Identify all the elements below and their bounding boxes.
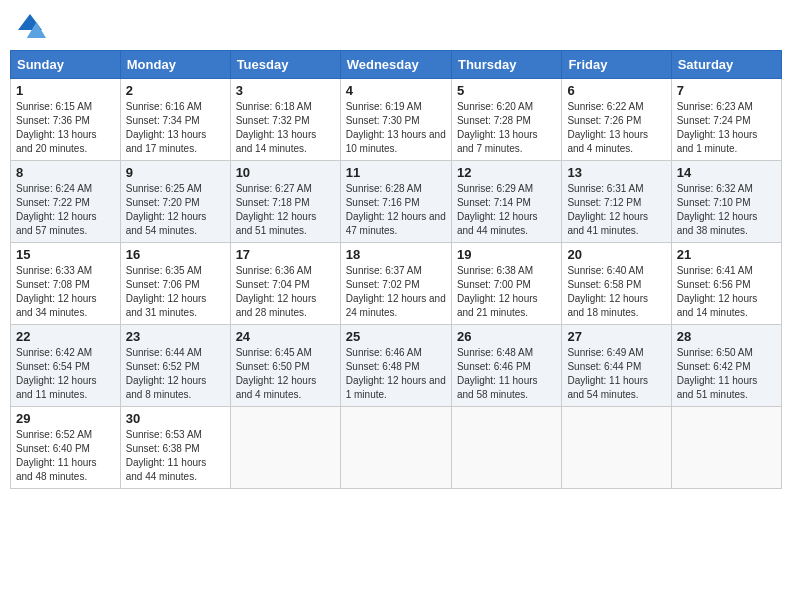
calendar-cell: 19Sunrise: 6:38 AMSunset: 7:00 PMDayligh… xyxy=(451,243,561,325)
calendar-cell: 22Sunrise: 6:42 AMSunset: 6:54 PMDayligh… xyxy=(11,325,121,407)
calendar-cell: 11Sunrise: 6:28 AMSunset: 7:16 PMDayligh… xyxy=(340,161,451,243)
logo-icon xyxy=(14,10,46,42)
calendar-cell: 10Sunrise: 6:27 AMSunset: 7:18 PMDayligh… xyxy=(230,161,340,243)
day-number: 5 xyxy=(457,83,556,98)
day-number: 19 xyxy=(457,247,556,262)
column-header-wednesday: Wednesday xyxy=(340,51,451,79)
day-content: Sunrise: 6:48 AMSunset: 6:46 PMDaylight:… xyxy=(457,346,556,402)
calendar-cell: 24Sunrise: 6:45 AMSunset: 6:50 PMDayligh… xyxy=(230,325,340,407)
day-content: Sunrise: 6:29 AMSunset: 7:14 PMDaylight:… xyxy=(457,182,556,238)
calendar-cell: 20Sunrise: 6:40 AMSunset: 6:58 PMDayligh… xyxy=(562,243,671,325)
day-number: 27 xyxy=(567,329,665,344)
day-content: Sunrise: 6:20 AMSunset: 7:28 PMDaylight:… xyxy=(457,100,556,156)
calendar-cell: 21Sunrise: 6:41 AMSunset: 6:56 PMDayligh… xyxy=(671,243,781,325)
day-content: Sunrise: 6:45 AMSunset: 6:50 PMDaylight:… xyxy=(236,346,335,402)
calendar-header: SundayMondayTuesdayWednesdayThursdayFrid… xyxy=(11,51,782,79)
calendar-cell: 4Sunrise: 6:19 AMSunset: 7:30 PMDaylight… xyxy=(340,79,451,161)
day-content: Sunrise: 6:22 AMSunset: 7:26 PMDaylight:… xyxy=(567,100,665,156)
day-number: 17 xyxy=(236,247,335,262)
day-content: Sunrise: 6:37 AMSunset: 7:02 PMDaylight:… xyxy=(346,264,446,320)
calendar-cell xyxy=(562,407,671,489)
day-number: 20 xyxy=(567,247,665,262)
column-header-sunday: Sunday xyxy=(11,51,121,79)
day-content: Sunrise: 6:35 AMSunset: 7:06 PMDaylight:… xyxy=(126,264,225,320)
day-number: 1 xyxy=(16,83,115,98)
day-content: Sunrise: 6:18 AMSunset: 7:32 PMDaylight:… xyxy=(236,100,335,156)
calendar-table: SundayMondayTuesdayWednesdayThursdayFrid… xyxy=(10,50,782,489)
calendar-cell: 13Sunrise: 6:31 AMSunset: 7:12 PMDayligh… xyxy=(562,161,671,243)
column-header-tuesday: Tuesday xyxy=(230,51,340,79)
calendar-cell: 26Sunrise: 6:48 AMSunset: 6:46 PMDayligh… xyxy=(451,325,561,407)
calendar-cell: 14Sunrise: 6:32 AMSunset: 7:10 PMDayligh… xyxy=(671,161,781,243)
day-number: 15 xyxy=(16,247,115,262)
calendar-week-row: 29Sunrise: 6:52 AMSunset: 6:40 PMDayligh… xyxy=(11,407,782,489)
calendar-cell: 5Sunrise: 6:20 AMSunset: 7:28 PMDaylight… xyxy=(451,79,561,161)
day-content: Sunrise: 6:16 AMSunset: 7:34 PMDaylight:… xyxy=(126,100,225,156)
day-content: Sunrise: 6:44 AMSunset: 6:52 PMDaylight:… xyxy=(126,346,225,402)
calendar-cell xyxy=(451,407,561,489)
day-number: 25 xyxy=(346,329,446,344)
day-number: 3 xyxy=(236,83,335,98)
day-number: 16 xyxy=(126,247,225,262)
calendar-cell: 16Sunrise: 6:35 AMSunset: 7:06 PMDayligh… xyxy=(120,243,230,325)
day-number: 10 xyxy=(236,165,335,180)
calendar-body: 1Sunrise: 6:15 AMSunset: 7:36 PMDaylight… xyxy=(11,79,782,489)
day-number: 14 xyxy=(677,165,776,180)
calendar-cell: 17Sunrise: 6:36 AMSunset: 7:04 PMDayligh… xyxy=(230,243,340,325)
day-content: Sunrise: 6:52 AMSunset: 6:40 PMDaylight:… xyxy=(16,428,115,484)
day-number: 28 xyxy=(677,329,776,344)
column-header-monday: Monday xyxy=(120,51,230,79)
day-content: Sunrise: 6:50 AMSunset: 6:42 PMDaylight:… xyxy=(677,346,776,402)
day-content: Sunrise: 6:23 AMSunset: 7:24 PMDaylight:… xyxy=(677,100,776,156)
calendar-cell: 23Sunrise: 6:44 AMSunset: 6:52 PMDayligh… xyxy=(120,325,230,407)
day-content: Sunrise: 6:36 AMSunset: 7:04 PMDaylight:… xyxy=(236,264,335,320)
calendar-cell: 18Sunrise: 6:37 AMSunset: 7:02 PMDayligh… xyxy=(340,243,451,325)
day-content: Sunrise: 6:41 AMSunset: 6:56 PMDaylight:… xyxy=(677,264,776,320)
day-number: 2 xyxy=(126,83,225,98)
calendar-cell: 12Sunrise: 6:29 AMSunset: 7:14 PMDayligh… xyxy=(451,161,561,243)
column-header-saturday: Saturday xyxy=(671,51,781,79)
day-content: Sunrise: 6:33 AMSunset: 7:08 PMDaylight:… xyxy=(16,264,115,320)
calendar-week-row: 8Sunrise: 6:24 AMSunset: 7:22 PMDaylight… xyxy=(11,161,782,243)
calendar-cell: 2Sunrise: 6:16 AMSunset: 7:34 PMDaylight… xyxy=(120,79,230,161)
calendar-cell: 3Sunrise: 6:18 AMSunset: 7:32 PMDaylight… xyxy=(230,79,340,161)
day-number: 8 xyxy=(16,165,115,180)
day-content: Sunrise: 6:42 AMSunset: 6:54 PMDaylight:… xyxy=(16,346,115,402)
day-number: 26 xyxy=(457,329,556,344)
day-content: Sunrise: 6:27 AMSunset: 7:18 PMDaylight:… xyxy=(236,182,335,238)
day-number: 18 xyxy=(346,247,446,262)
day-number: 30 xyxy=(126,411,225,426)
calendar-cell: 15Sunrise: 6:33 AMSunset: 7:08 PMDayligh… xyxy=(11,243,121,325)
day-content: Sunrise: 6:25 AMSunset: 7:20 PMDaylight:… xyxy=(126,182,225,238)
day-content: Sunrise: 6:46 AMSunset: 6:48 PMDaylight:… xyxy=(346,346,446,402)
day-content: Sunrise: 6:32 AMSunset: 7:10 PMDaylight:… xyxy=(677,182,776,238)
day-number: 21 xyxy=(677,247,776,262)
calendar-cell xyxy=(340,407,451,489)
day-number: 12 xyxy=(457,165,556,180)
day-content: Sunrise: 6:28 AMSunset: 7:16 PMDaylight:… xyxy=(346,182,446,238)
calendar-cell: 25Sunrise: 6:46 AMSunset: 6:48 PMDayligh… xyxy=(340,325,451,407)
day-number: 11 xyxy=(346,165,446,180)
day-content: Sunrise: 6:31 AMSunset: 7:12 PMDaylight:… xyxy=(567,182,665,238)
calendar-week-row: 15Sunrise: 6:33 AMSunset: 7:08 PMDayligh… xyxy=(11,243,782,325)
day-content: Sunrise: 6:49 AMSunset: 6:44 PMDaylight:… xyxy=(567,346,665,402)
day-number: 23 xyxy=(126,329,225,344)
page-header xyxy=(10,10,782,42)
day-content: Sunrise: 6:19 AMSunset: 7:30 PMDaylight:… xyxy=(346,100,446,156)
day-number: 22 xyxy=(16,329,115,344)
day-content: Sunrise: 6:15 AMSunset: 7:36 PMDaylight:… xyxy=(16,100,115,156)
calendar-week-row: 1Sunrise: 6:15 AMSunset: 7:36 PMDaylight… xyxy=(11,79,782,161)
calendar-cell: 1Sunrise: 6:15 AMSunset: 7:36 PMDaylight… xyxy=(11,79,121,161)
day-content: Sunrise: 6:40 AMSunset: 6:58 PMDaylight:… xyxy=(567,264,665,320)
header-row: SundayMondayTuesdayWednesdayThursdayFrid… xyxy=(11,51,782,79)
day-number: 6 xyxy=(567,83,665,98)
day-content: Sunrise: 6:53 AMSunset: 6:38 PMDaylight:… xyxy=(126,428,225,484)
logo xyxy=(14,10,50,42)
column-header-thursday: Thursday xyxy=(451,51,561,79)
calendar-cell: 29Sunrise: 6:52 AMSunset: 6:40 PMDayligh… xyxy=(11,407,121,489)
day-number: 13 xyxy=(567,165,665,180)
day-number: 4 xyxy=(346,83,446,98)
calendar-cell: 30Sunrise: 6:53 AMSunset: 6:38 PMDayligh… xyxy=(120,407,230,489)
calendar-cell: 6Sunrise: 6:22 AMSunset: 7:26 PMDaylight… xyxy=(562,79,671,161)
calendar-cell xyxy=(230,407,340,489)
